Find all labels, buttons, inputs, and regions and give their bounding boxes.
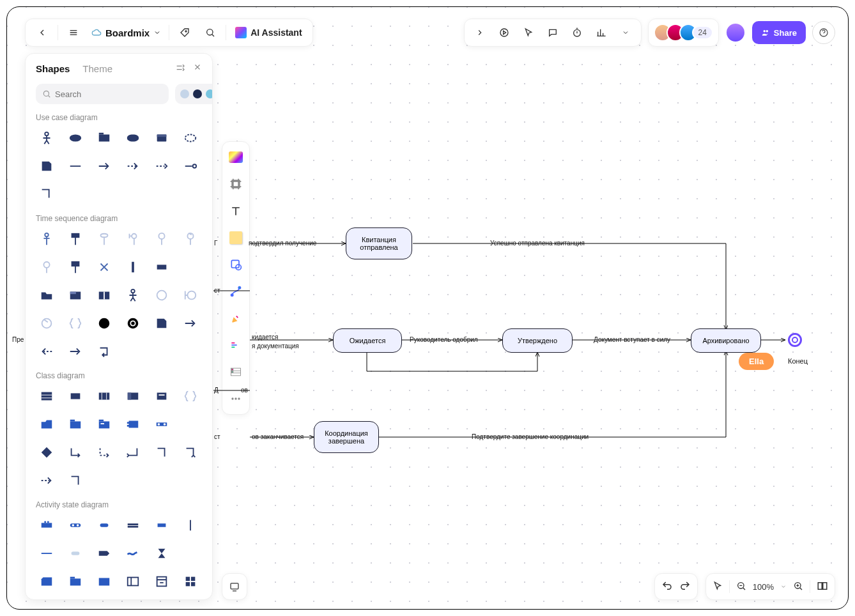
shape-fld3[interactable] [93,571,115,592]
shape-conn6[interactable] [36,470,58,491]
close-icon[interactable] [193,63,202,75]
shape-control[interactable] [151,228,173,250]
shape-circle-ring[interactable] [122,312,144,334]
undo-button[interactable] [661,580,673,594]
pen-button[interactable] [226,308,246,328]
shape-act2[interactable] [65,514,86,536]
shape-flow[interactable] [122,543,144,564]
card-view-button[interactable] [222,573,247,600]
chart-button[interactable] [591,22,612,43]
shape-open-arrow[interactable] [151,155,173,177]
shape-activation[interactable] [65,256,86,278]
menu-button[interactable] [63,22,84,43]
shape-conn4[interactable] [151,442,173,463]
end-node[interactable] [788,333,802,347]
pointer-button[interactable] [712,581,723,593]
shape-conn1[interactable] [65,442,86,463]
shape-pkg1[interactable] [36,413,58,435]
shape-dashed-arrow[interactable] [122,155,144,177]
tag-button[interactable] [174,22,195,43]
tab-theme[interactable]: Theme [82,63,112,74]
zoom-level[interactable]: 100% [753,582,774,592]
node-pending[interactable]: Ожидается [333,328,402,353]
more-tools-button[interactable] [615,22,636,43]
table-button[interactable] [226,362,246,382]
shape-act7[interactable] [36,543,58,564]
shape-cols[interactable] [93,385,115,407]
frame-button[interactable] [226,174,246,194]
shape-act4[interactable] [122,514,144,536]
shape-block[interactable] [65,385,86,407]
shape-boundary[interactable] [180,127,201,149]
shape-loop[interactable] [36,312,58,334]
shape-found[interactable] [36,256,58,278]
shape-ellipse[interactable] [65,127,86,149]
shape-rect[interactable] [151,256,173,278]
shape-lifeline-object[interactable] [65,228,86,250]
shape-conn3[interactable] [122,442,144,463]
shape-act6[interactable] [180,514,201,536]
shape-fld4[interactable] [122,571,144,592]
zoom-in-button[interactable] [793,581,803,593]
shape-lens[interactable] [122,127,144,149]
color-dot[interactable] [206,89,213,98]
shape-conn5[interactable] [180,442,201,463]
redo-button[interactable] [679,580,691,594]
shape-act1[interactable] [36,514,58,536]
shape-fld2[interactable] [65,571,86,592]
node-archived[interactable]: Архивировано [691,328,761,353]
shape-folder3[interactable] [93,284,115,306]
comment-button[interactable] [543,22,563,43]
share-button[interactable]: Share [752,21,806,44]
shape-header[interactable] [122,385,144,407]
shape-lifeline-actor[interactable] [36,228,58,250]
shape-arrow3[interactable] [65,341,86,362]
shape-pkg3[interactable] [93,413,115,435]
search-button[interactable] [200,22,220,43]
shape-button[interactable] [226,254,246,275]
shape-signal[interactable] [93,543,115,564]
shape-arrow[interactable] [93,155,115,177]
node-coordination-done[interactable]: Координация завершена [314,421,379,453]
shape-hourglass[interactable] [151,543,173,564]
shape-back-dashed[interactable] [36,341,58,362]
shape-diamond[interactable] [36,442,58,463]
connector-button[interactable] [226,281,246,302]
help-button[interactable] [812,21,835,44]
shape-act8[interactable] [65,543,86,564]
shape-line[interactable] [65,155,86,177]
me-avatar[interactable] [725,22,746,43]
shape-package[interactable] [93,127,115,149]
shape-class[interactable] [36,385,58,407]
shape-grid4[interactable] [180,571,201,592]
templates-button[interactable] [226,147,246,167]
zoom-out-button[interactable] [736,581,746,593]
tab-shapes[interactable]: Shapes [36,63,70,74]
shape-circle-fill[interactable] [93,312,115,334]
palette-picker[interactable] [175,84,213,104]
mindmap-button[interactable] [226,335,246,355]
shape-arrow2[interactable] [180,312,201,334]
shape-entity[interactable] [93,228,115,250]
text-button[interactable] [226,201,246,221]
shape-actor[interactable] [36,127,58,149]
node-approved[interactable]: Утверждено [502,328,573,353]
shape-comp[interactable] [122,413,144,435]
shape-card2[interactable] [151,385,173,407]
node-receipt-sent[interactable]: Квитанция отправлена [346,227,412,259]
shape-conn2[interactable] [93,442,115,463]
minimap-button[interactable] [817,580,828,594]
shape-destroy[interactable] [93,256,115,278]
shape-braces[interactable] [65,312,86,334]
color-dot[interactable] [193,89,202,98]
back-button[interactable] [32,22,52,43]
shape-circle-outline[interactable] [151,284,173,306]
sticky-button[interactable] [226,227,246,248]
shape-circle-line[interactable] [180,155,201,177]
ai-assistant-button[interactable]: AI Assistant [231,27,305,38]
shape-folder2[interactable] [65,284,86,306]
shape-bar2[interactable] [151,413,173,435]
shape-note[interactable] [36,155,58,177]
shape-actor2[interactable] [122,284,144,306]
timer-button[interactable] [567,22,587,43]
